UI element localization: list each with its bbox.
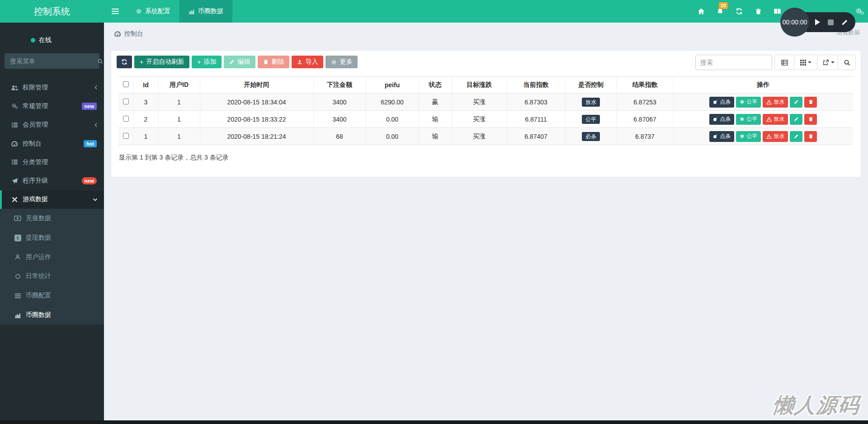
cell-peifu: 6290.00	[366, 94, 419, 111]
sidebar-search-input[interactable]	[5, 57, 97, 65]
settings-button[interactable]	[855, 0, 864, 23]
col-header-id[interactable]: Id	[133, 77, 158, 94]
drain-action-button[interactable]: 放水	[763, 97, 788, 108]
notifications-button[interactable]: 10	[711, 0, 730, 23]
cell-id: 3	[133, 94, 158, 111]
delete-row-button[interactable]	[804, 97, 817, 108]
cell-result-index: 6.87067	[617, 111, 673, 128]
submenu-item-coin-data[interactable]: 币圈数据	[0, 305, 104, 325]
kill-action-button[interactable]: 点杀	[709, 131, 734, 142]
list-icon	[10, 159, 19, 165]
data-panel: +开启自动刷新 +添加 编辑 删除 导入 更多	[111, 50, 861, 177]
columns-toggle-button[interactable]	[794, 55, 817, 70]
control-badge: 公平	[582, 115, 600, 124]
sidebar-item-categories[interactable]: 分类管理	[0, 153, 104, 171]
table-view-controls	[774, 55, 840, 70]
pencil-icon	[794, 117, 799, 122]
fair-action-button[interactable]: 公平	[736, 114, 761, 125]
users-icon	[10, 85, 19, 91]
cell-current-index: 6.87111	[507, 111, 565, 128]
edit-row-button[interactable]	[790, 97, 802, 108]
user-icon	[14, 254, 22, 260]
detail-view-button[interactable]	[774, 55, 794, 70]
home-icon	[698, 8, 705, 15]
delete-button[interactable]: 删除	[258, 56, 289, 68]
submenu-item-recharge-data[interactable]: 充值数据	[0, 209, 104, 228]
home-button[interactable]	[692, 0, 711, 23]
header-nav: 系统配置 币圈数据	[104, 0, 232, 23]
trash-icon	[755, 8, 762, 15]
stop-button[interactable]	[828, 19, 834, 25]
kill-label: 点杀	[720, 132, 731, 140]
submenu-item-daily-stats[interactable]: 日常统计	[0, 267, 104, 286]
edit-row-button[interactable]	[790, 114, 802, 125]
sidebar-item-console[interactable]: 控制台 hot	[0, 134, 104, 153]
control-badge: 放水	[582, 98, 600, 107]
fair-action-button[interactable]: 公平	[736, 97, 761, 108]
dashboard-icon	[114, 31, 121, 37]
cell-status: 输	[419, 128, 452, 145]
t-square-icon: t	[14, 235, 22, 241]
edit-timer-button[interactable]	[841, 19, 848, 26]
col-header-user-id[interactable]: 用户ID	[158, 77, 200, 94]
table-search-input[interactable]	[695, 55, 772, 70]
sidebar-item-upgrade[interactable]: 程序升级 new	[0, 171, 104, 190]
breadcrumb: 控制台	[114, 30, 143, 38]
auto-refresh-button[interactable]: +开启自动刷新	[134, 56, 189, 68]
row-checkbox[interactable]	[123, 133, 129, 139]
fair-action-button[interactable]: 公平	[736, 131, 761, 142]
tab-label: 币圈数据	[198, 7, 223, 15]
drain-action-button[interactable]: 放水	[763, 131, 788, 142]
kill-action-button[interactable]: 点杀	[709, 114, 734, 125]
sidebar-toggle-button[interactable]	[104, 0, 127, 23]
select-all-checkbox[interactable]	[123, 81, 129, 87]
edit-row-button[interactable]	[790, 131, 802, 142]
add-button[interactable]: +添加	[192, 56, 222, 68]
row-checkbox[interactable]	[123, 116, 129, 122]
pencil-icon	[794, 99, 799, 104]
import-button[interactable]: 导入	[292, 56, 323, 68]
search-icon	[844, 59, 850, 66]
search-submit-button[interactable]	[838, 55, 856, 70]
delete-row-button[interactable]	[804, 131, 817, 142]
fair-label: 公平	[746, 98, 757, 106]
kill-action-button[interactable]: 点杀	[709, 97, 734, 108]
refresh-button[interactable]	[730, 0, 749, 23]
refresh-table-button[interactable]	[117, 56, 132, 68]
row-checkbox[interactable]	[123, 99, 129, 104]
detail-list-icon	[781, 60, 788, 66]
submenu-item-withdraw-data[interactable]: t 提现数据	[0, 228, 104, 248]
col-header-target[interactable]: 目标涨跌	[452, 77, 507, 94]
play-button[interactable]	[815, 19, 820, 25]
drain-action-button[interactable]: 放水	[763, 114, 788, 125]
col-header-bet[interactable]: 下注金额	[313, 77, 366, 94]
translate-book-icon	[774, 8, 781, 15]
toolbar: +开启自动刷新 +添加 编辑 删除 导入 更多	[117, 56, 358, 68]
clear-trash-button[interactable]	[749, 0, 768, 23]
col-header-result-index[interactable]: 结果指数	[617, 77, 673, 94]
edit-button[interactable]: 编辑	[224, 56, 255, 68]
sidebar-item-game-data[interactable]: 游戏数据	[0, 190, 104, 209]
tab-system-config[interactable]: 系统配置	[127, 0, 179, 23]
more-button[interactable]: 更多	[326, 56, 358, 68]
cell-bet: 68	[313, 128, 366, 145]
gears-icon	[855, 7, 864, 15]
sidebar-item-label: 程序升级	[23, 177, 48, 185]
sidebar-item-permissions[interactable]: 权限管理	[0, 78, 104, 97]
cell-user-id: 1	[158, 128, 200, 145]
col-header-peifu[interactable]: peifu	[366, 77, 419, 94]
col-header-current-index[interactable]: 当前指数	[507, 77, 565, 94]
submenu-item-user-operation[interactable]: 用户运作	[0, 247, 104, 267]
submenu-item-label: 提现数据	[26, 234, 51, 242]
col-header-status[interactable]: 状态	[419, 77, 452, 94]
col-header-start-time[interactable]: 开始时间	[200, 77, 313, 94]
sidebar-item-general[interactable]: 常规管理 new	[0, 97, 104, 115]
tab-coin-data[interactable]: 币圈数据	[179, 0, 232, 23]
cell-user-id: 1	[158, 111, 200, 128]
delete-row-button[interactable]	[804, 114, 817, 125]
col-header-control[interactable]: 是否控制	[565, 77, 617, 94]
export-button[interactable]	[817, 55, 840, 70]
timer-display[interactable]: 00:00:00	[780, 8, 809, 37]
sidebar-item-members[interactable]: 会员管理	[0, 116, 104, 134]
submenu-item-coin-config[interactable]: 币圈配置	[0, 286, 104, 306]
